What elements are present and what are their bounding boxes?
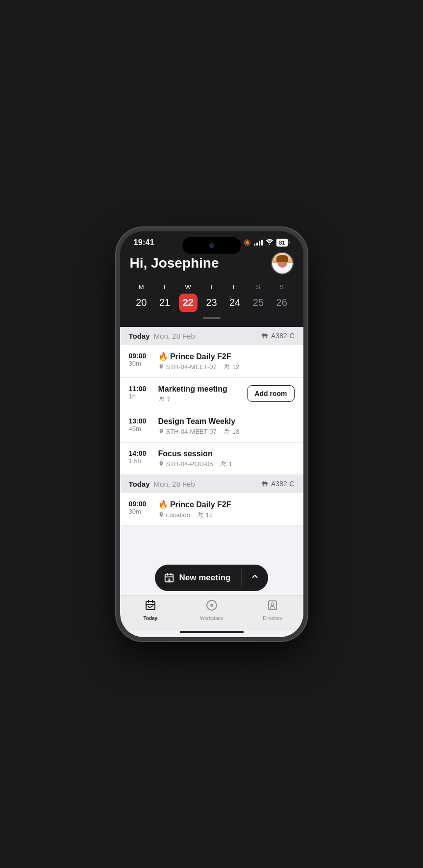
cal-day-22[interactable]: W 22 xyxy=(176,283,200,312)
cal-day-23[interactable]: T 23 xyxy=(200,283,224,312)
event-details: 🔥 Prince Daily F2F STH-04-MEET-07 xyxy=(158,352,295,371)
cal-day-25[interactable]: S 25 xyxy=(247,283,270,312)
home-indicator xyxy=(120,631,303,637)
fab-chevron[interactable] xyxy=(242,572,268,583)
fab-label: New meeting xyxy=(179,573,231,583)
event-meta: STH-04-MEET-07 12 xyxy=(158,363,295,371)
cal-day-label: S xyxy=(279,283,284,291)
desk-icon xyxy=(261,480,269,488)
event-item-e2[interactable]: 11:00 1h Marketing meeting 7 Add room xyxy=(120,378,303,410)
avatar[interactable] xyxy=(271,252,294,274)
greeting-text: Hi, Josephine xyxy=(130,255,219,271)
status-icons: 🔕 81 xyxy=(244,239,289,247)
svg-rect-15 xyxy=(262,483,268,485)
directory-icon xyxy=(267,599,278,611)
tab-icon-directory xyxy=(267,599,278,614)
event-time: 11:00 1h xyxy=(129,385,151,400)
svg-point-9 xyxy=(159,397,162,399)
cal-day-20[interactable]: M 20 xyxy=(130,283,153,312)
event-hour: 11:00 xyxy=(129,385,151,393)
cal-day-num: 25 xyxy=(249,294,268,312)
location-icon xyxy=(158,364,164,370)
cal-day-21[interactable]: T 21 xyxy=(153,283,176,312)
header-section: Hi, Josephine M 20 T 21 W 22 T 23 F 24 S… xyxy=(120,250,303,327)
event-location: STH-04-MEET-07 xyxy=(158,363,217,371)
attendees-icon xyxy=(224,428,230,435)
event-duration: 30m xyxy=(129,360,151,367)
desk-badge: A382-C xyxy=(261,480,294,488)
svg-point-33 xyxy=(211,604,213,606)
tab-label-directory: Directory xyxy=(263,616,282,621)
event-item-e3[interactable]: 13:00 45m Design Team Weekly STH-04-MEET… xyxy=(120,410,303,443)
event-item-e1[interactable]: 09:00 30m 🔥 Prince Daily F2F STH-04-MEET… xyxy=(120,345,303,378)
event-attendees: 12 xyxy=(224,363,239,371)
cal-day-num: 26 xyxy=(273,294,291,312)
main-content[interactable]: Today Mon, 28 Feb A382-C 09:00 30m 🔥 Pri… xyxy=(120,327,303,559)
attendees-icon xyxy=(224,364,230,370)
attendees-icon xyxy=(158,396,165,402)
dynamic-island xyxy=(182,237,241,254)
cal-day-num: 24 xyxy=(225,294,244,312)
event-location: STH-04-MEET-07 xyxy=(158,428,217,435)
event-duration: 1h xyxy=(129,393,151,400)
svg-rect-6 xyxy=(265,333,266,334)
svg-rect-3 xyxy=(266,336,267,338)
svg-rect-17 xyxy=(266,484,267,486)
event-hour: 09:00 xyxy=(129,500,151,508)
event-title: 🔥 Prince Daily F2F xyxy=(158,352,295,361)
fab-area: New meeting xyxy=(120,559,303,595)
wifi-icon xyxy=(266,239,274,246)
event-attendees: 12 xyxy=(197,511,213,519)
location-icon xyxy=(158,512,164,518)
mute-icon: 🔕 xyxy=(244,239,251,246)
event-title: Marketing meeting xyxy=(158,385,241,394)
event-attendees: 1 xyxy=(220,460,232,468)
cal-day-label: S xyxy=(256,283,260,291)
desk-badge: A382-C xyxy=(261,332,294,340)
event-item-e4[interactable]: 14:00 1.5h Focus session STH-04-POD-05 xyxy=(120,443,303,475)
svg-point-7 xyxy=(225,364,227,367)
screen: 19:41 🔕 81 xyxy=(120,231,303,637)
svg-rect-2 xyxy=(263,336,264,338)
event-location: STH-04-POD-05 xyxy=(158,460,213,468)
event-attendees: 7 xyxy=(158,396,171,403)
tab-bar: Today Workplace Directory xyxy=(120,595,303,631)
event-details: 🔥 Prince Daily F2F Location xyxy=(158,500,295,519)
event-hour: 09:00 xyxy=(129,352,151,360)
event-item-e5[interactable]: 09:00 30m 🔥 Prince Daily F2F Location xyxy=(120,493,303,526)
tab-workplace[interactable]: Workplace xyxy=(181,599,242,621)
day-header-left: Today Mon, 28 Feb xyxy=(129,480,195,488)
tab-today[interactable]: Today xyxy=(120,599,181,621)
event-details: Marketing meeting 7 xyxy=(158,385,241,403)
cal-day-26[interactable]: S 26 xyxy=(270,283,294,312)
event-title: Focus session xyxy=(158,449,295,458)
cal-day-24[interactable]: F 24 xyxy=(223,283,247,312)
cal-day-label: T xyxy=(163,283,167,291)
svg-point-21 xyxy=(199,512,201,515)
location-icon xyxy=(158,428,164,435)
signal-bars xyxy=(254,240,263,246)
status-time: 19:41 xyxy=(134,238,154,247)
new-meeting-button[interactable]: New meeting xyxy=(155,565,269,591)
attendees-icon xyxy=(197,512,204,518)
svg-rect-19 xyxy=(263,481,264,482)
cal-day-label: F xyxy=(233,283,237,291)
svg-point-13 xyxy=(221,461,224,464)
dynamic-island-dot xyxy=(209,243,214,248)
add-room-button[interactable]: Add room xyxy=(247,385,294,402)
svg-rect-16 xyxy=(263,484,264,486)
day-date: Mon, 28 Feb xyxy=(154,332,195,340)
cal-day-num: 21 xyxy=(155,294,174,312)
tab-directory[interactable]: Directory xyxy=(242,599,303,621)
cal-day-label: M xyxy=(139,283,144,291)
avatar-image xyxy=(272,253,293,273)
svg-rect-18 xyxy=(262,482,268,483)
drag-handle xyxy=(203,317,221,319)
cal-day-label: W xyxy=(185,283,191,291)
fab-main[interactable]: New meeting xyxy=(155,572,242,583)
today-label: Today xyxy=(129,480,150,488)
event-meta: STH-04-POD-05 1 xyxy=(158,460,295,468)
day-header-1: Today Mon, 28 Feb A382-C xyxy=(120,475,303,493)
svg-point-22 xyxy=(201,513,203,515)
today-label: Today xyxy=(129,332,150,340)
